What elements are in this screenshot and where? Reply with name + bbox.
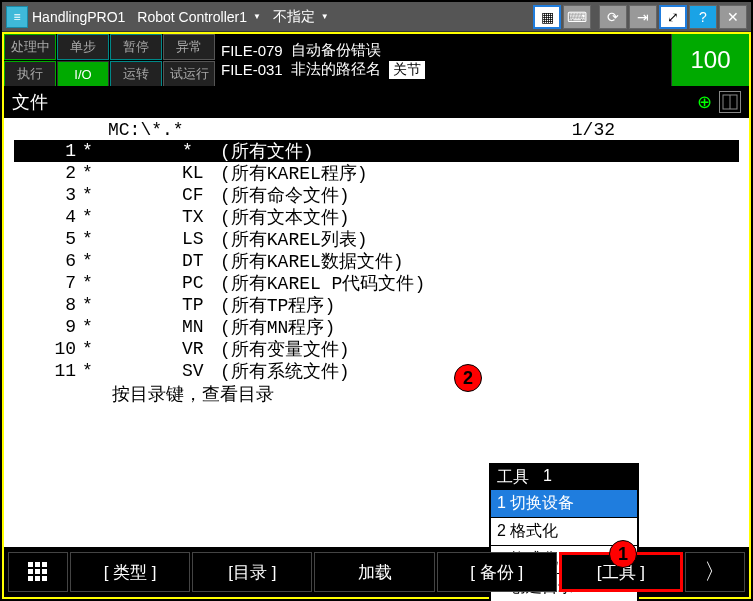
file-star: * xyxy=(82,229,106,249)
tool-popup-title-label: 工具 xyxy=(497,467,529,488)
status-grid: 处理中 单步 暂停 异常 执行 I/O 运转 试运行 xyxy=(4,34,215,86)
file-ext: * xyxy=(182,141,220,161)
hint-text: 按目录键，查看目录 xyxy=(14,382,739,406)
app-icon: ≡ xyxy=(6,6,28,28)
item-num: 2 xyxy=(497,522,506,539)
menu-grid-button[interactable] xyxy=(8,552,68,592)
chevron-down-icon[interactable]: ▼ xyxy=(253,12,261,21)
file-star: * xyxy=(82,339,106,359)
svg-rect-3 xyxy=(35,562,40,567)
controller-name[interactable]: Robot Controller1 xyxy=(137,9,247,25)
file-star: * xyxy=(82,273,106,293)
softkey-next[interactable]: 〉 xyxy=(685,552,745,592)
titlebar-buttons: ▦ ⌨ xyxy=(529,5,595,29)
status-io: I/O xyxy=(57,61,109,87)
status-proc: 处理中 xyxy=(4,34,56,60)
file-ext: TP xyxy=(182,295,220,315)
file-idx: 9 xyxy=(14,317,82,337)
file-idx: 2 xyxy=(14,163,82,183)
file-idx: 4 xyxy=(14,207,82,227)
file-desc: (所有KAREL P代码文件) xyxy=(220,271,739,295)
override-box[interactable]: 100 xyxy=(671,34,749,86)
status-run: 运转 xyxy=(110,61,162,87)
annotation-marker-1: 1 xyxy=(609,540,637,568)
unspecified-label[interactable]: 不指定 xyxy=(273,8,315,26)
file-star: * xyxy=(82,361,106,381)
alarm-code-2: FILE-031 xyxy=(221,61,283,78)
file-star: * xyxy=(82,251,106,271)
file-ext: CF xyxy=(182,185,220,205)
file-row[interactable]: 10 * VR (所有变量文件) xyxy=(14,338,739,360)
app-frame: ≡ HandlingPRO1 Robot Controller1 ▼ 不指定 ▼… xyxy=(0,0,753,601)
step-icon[interactable]: ⇥ xyxy=(629,5,657,29)
file-idx: 11 xyxy=(14,361,82,381)
alarm-lines: FILE-079 自动备份错误 FILE-031 非法的路径名 关节 xyxy=(215,34,671,86)
file-idx: 8 xyxy=(14,295,82,315)
file-ext: KL xyxy=(182,163,220,183)
softkey-backup[interactable]: [ 备份 ] xyxy=(437,552,557,592)
softkey-tool[interactable]: [工具 ]1 xyxy=(559,552,683,592)
close-icon[interactable]: ✕ xyxy=(719,5,747,29)
file-star: * xyxy=(82,295,106,315)
file-ext: SV xyxy=(182,361,220,381)
path-row: MC:\*.* 1/32 xyxy=(14,120,739,140)
status-step: 单步 xyxy=(57,34,109,60)
file-row[interactable]: 8 * TP (所有TP程序) xyxy=(14,294,739,316)
file-row[interactable]: 7 * PC (所有KAREL P代码文件) xyxy=(14,272,739,294)
file-desc: (所有文件) xyxy=(220,139,739,163)
svg-rect-7 xyxy=(42,569,47,574)
keypad-icon[interactable]: ▦ xyxy=(533,5,561,29)
tool-popup-item-switch[interactable]: 1 切换设备 xyxy=(491,490,637,518)
svg-rect-10 xyxy=(42,576,47,581)
svg-rect-5 xyxy=(28,569,33,574)
file-desc: (所有KAREL数据文件) xyxy=(220,249,739,273)
file-row[interactable]: 6 * DT (所有KAREL数据文件) xyxy=(14,250,739,272)
file-ext: DT xyxy=(182,251,220,271)
file-desc: (所有变量文件) xyxy=(220,337,739,361)
expand-icon[interactable]: ⤢ xyxy=(659,5,687,29)
item-label: 切换设备 xyxy=(510,494,574,511)
file-desc: (所有命令文件) xyxy=(220,183,739,207)
status-exec: 执行 xyxy=(4,61,56,87)
file-idx: 3 xyxy=(14,185,82,205)
file-ext: LS xyxy=(182,229,220,249)
softkey-type[interactable]: [ 类型 ] xyxy=(70,552,190,592)
chevron-down-icon[interactable]: ▼ xyxy=(321,12,329,21)
svg-rect-9 xyxy=(35,576,40,581)
file-desc: (所有KAREL列表) xyxy=(220,227,739,251)
item-label: 格式化 xyxy=(510,522,558,539)
file-row[interactable]: 1 * * (所有文件) xyxy=(14,140,739,162)
file-row[interactable]: 4 * TX (所有文本文件) xyxy=(14,206,739,228)
tool-popup-title: 工具 1 xyxy=(491,465,637,490)
keyboard-icon[interactable]: ⌨ xyxy=(563,5,591,29)
device-path: MC:\*.* xyxy=(18,120,184,140)
alarm-msg-1: 自动备份错误 xyxy=(291,41,381,60)
split-view-icon[interactable] xyxy=(719,91,741,113)
app-name: HandlingPRO1 xyxy=(32,9,125,25)
file-idx: 6 xyxy=(14,251,82,271)
panel-header: 文件 ⊕ xyxy=(2,86,751,118)
page-indicator: 1/32 xyxy=(572,120,735,140)
file-row[interactable]: 5 * LS (所有KAREL列表) xyxy=(14,228,739,250)
file-desc: (所有文本文件) xyxy=(220,205,739,229)
status-fault: 异常 xyxy=(163,34,215,60)
tool-popup-title-num: 1 xyxy=(543,467,552,488)
file-row[interactable]: 2 * KL (所有KAREL程序) xyxy=(14,162,739,184)
file-star: * xyxy=(82,207,106,227)
status-row: 处理中 单步 暂停 异常 执行 I/O 运转 试运行 FILE-079 自动备份… xyxy=(2,32,751,86)
zoom-in-icon[interactable]: ⊕ xyxy=(693,91,715,113)
svg-rect-4 xyxy=(42,562,47,567)
alarm-code-1: FILE-079 xyxy=(221,42,283,59)
softkey-load[interactable]: 加载 xyxy=(314,552,434,592)
file-row[interactable]: 9 * MN (所有MN程序) xyxy=(14,316,739,338)
alarm-tag: 关节 xyxy=(389,61,425,79)
refresh-icon[interactable]: ⟳ xyxy=(599,5,627,29)
file-row[interactable]: 11 * SV (所有系统文件) xyxy=(14,360,739,382)
file-row[interactable]: 3 * CF (所有命令文件) xyxy=(14,184,739,206)
svg-rect-2 xyxy=(28,562,33,567)
file-desc: (所有MN程序) xyxy=(220,315,739,339)
file-ext: VR xyxy=(182,339,220,359)
softkey-dir[interactable]: [目录 ] xyxy=(192,552,312,592)
status-test: 试运行 xyxy=(163,61,215,87)
help-icon[interactable]: ? xyxy=(689,5,717,29)
